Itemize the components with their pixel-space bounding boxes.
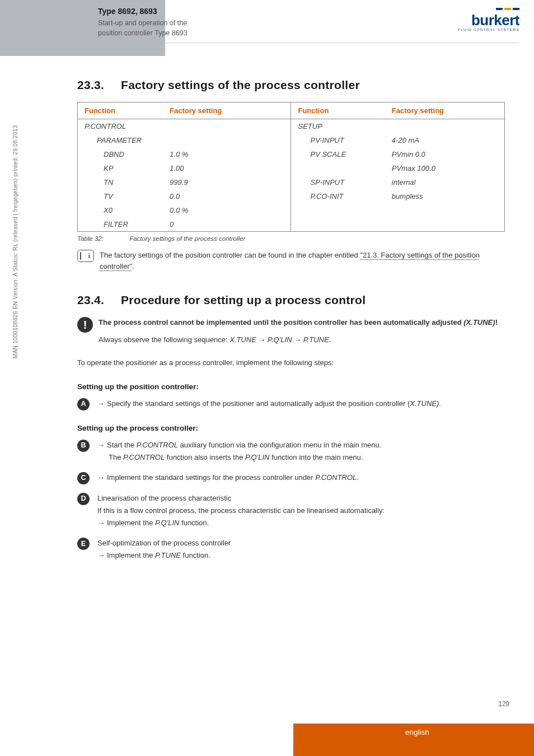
info-icon: [77, 250, 94, 262]
section-number: 23.4.: [77, 293, 121, 307]
step-d: D Linearisation of the process character…: [77, 492, 505, 529]
b-l2-it1: P.CONTROL: [123, 453, 165, 461]
section-title: Procedure for setting up a process contr…: [121, 293, 366, 306]
logo-bars-icon: [458, 8, 519, 10]
table-cell: [385, 119, 505, 134]
step-b-content: Start the P.CONTROL auxiliary function v…: [97, 439, 381, 464]
table-cell: DBND: [78, 147, 163, 161]
arrow-icon: [97, 473, 107, 482]
b-l2-it2: P.Q'LIN: [245, 453, 269, 461]
table-caption: Table 32: Factory settings of the proces…: [77, 235, 505, 242]
arrow-icon: [97, 551, 107, 559]
table-cell: internal: [385, 175, 505, 189]
th-function-2: Function: [291, 102, 385, 119]
arrow-icon: [97, 441, 107, 449]
b-l2-post: function into the main menu.: [269, 453, 363, 461]
b-l1-pre: Start the: [107, 441, 137, 449]
footer-language: english: [405, 728, 429, 736]
warning-text: The process control cannot be implemente…: [99, 317, 498, 346]
table-cell: 1.0 %: [163, 147, 291, 161]
warn-l2a: Always observe the following sequence:: [99, 335, 229, 344]
step-a: A Specify the standard settings of the p…: [77, 398, 505, 410]
b-l1-mid: auxiliary function via the configuration…: [178, 441, 381, 449]
header-subtitle: Start-up and operation of the position c…: [98, 18, 519, 38]
table-cell: PV SCALE: [291, 147, 385, 161]
table-cell: [163, 133, 291, 147]
table-cell: PV-INPUT: [291, 133, 385, 147]
table-cell: X0: [78, 203, 163, 217]
e-l1-pre: Implement the: [107, 551, 155, 559]
table-cell: 1.00: [163, 161, 291, 175]
subhead-process-controller: Setting up the process controller:: [77, 424, 505, 432]
factory-settings-table: Function Factory setting Function Factor…: [77, 102, 505, 232]
b-l2-mid: function also inserts the: [165, 453, 245, 461]
table-cell: SETUP: [291, 119, 385, 134]
d-l1: If this is a flow control process, the p…: [97, 505, 385, 517]
logo-text: burkert: [458, 12, 519, 29]
exclamation-icon: !: [77, 317, 93, 333]
step-badge-b: B: [77, 440, 90, 452]
warn-l1b: (X.TUNE): [463, 318, 495, 326]
section-23-4-heading: 23.4.Procedure for setting up a process …: [77, 293, 505, 307]
table-cell: [291, 217, 385, 232]
header-rule: [165, 43, 519, 43]
table-cell: [163, 119, 291, 134]
step-a-content: Specify the standard settings of the pos…: [97, 398, 441, 410]
arrow-icon: [97, 399, 107, 408]
section-title: Factory settings of the process controll…: [121, 78, 360, 91]
info-note-text: The factory settings of the position con…: [100, 250, 505, 272]
table-cell: PARAMETER: [78, 133, 163, 147]
arrow-icon: [97, 519, 107, 527]
info-note: The factory settings of the position con…: [77, 250, 505, 272]
logo: burkert FLUID CONTROL SYSTEMS: [458, 8, 519, 31]
e-l1-it: P.TUNE: [155, 551, 181, 559]
header-white-block: Type 8692, 8693 Start-up and operation o…: [165, 0, 534, 56]
subhead-position-controller: Setting up the position controller:: [77, 382, 505, 391]
table-cell: 0.0 %: [163, 203, 291, 217]
warn-l2b: X.TUNE → P.Q'LIN → P.TUNE.: [229, 335, 331, 344]
warn-l1a: The process control cannot be implemente…: [99, 318, 463, 326]
b-l1-it1: P.CONTROL: [137, 441, 178, 449]
page-footer: english: [0, 724, 534, 756]
step-badge-c: C: [77, 472, 90, 484]
step-a-pre: Specify the standard settings of the pos…: [107, 399, 410, 408]
d-l2-post: function.: [179, 519, 209, 527]
step-d-content: Linearisation of the process characteris…: [97, 492, 385, 529]
c-post: .: [357, 473, 359, 482]
e-l1-post: function.: [181, 551, 210, 559]
step-c: C Implement the standard settings for th…: [77, 472, 505, 484]
table-caption-text: Factory settings of the process controll…: [129, 235, 245, 242]
step-b: B Start the P.CONTROL auxiliary function…: [77, 439, 505, 464]
table-cell: bumpless: [385, 189, 505, 203]
step-badge-d: D: [77, 493, 90, 505]
table-cell: PVmax 100.0: [385, 161, 505, 175]
footer-right: english: [293, 724, 534, 756]
c-pre: Implement the standard settings for the …: [107, 473, 315, 482]
page-number: 129: [498, 700, 509, 708]
info-post: .: [132, 262, 134, 270]
e-title: Self-optimization of the process control…: [97, 537, 231, 549]
warning-note: ! The process control cannot be implemen…: [77, 317, 505, 346]
b-l2-pre: The: [109, 453, 123, 461]
intro-text: To operate the positioner as a process c…: [77, 357, 505, 369]
footer-left: [0, 724, 293, 756]
th-setting-2: Factory setting: [385, 102, 505, 119]
section-23-3-heading: 23.3.Factory settings of the process con…: [77, 78, 505, 92]
table-cell: FILTER: [78, 217, 163, 232]
table-cell: [291, 161, 385, 175]
page-header: Type 8692, 8693 Start-up and operation o…: [0, 0, 534, 56]
c-it: P.CONTROL: [315, 473, 357, 482]
type-label: Type 8692, 8693: [98, 7, 519, 16]
table-number: Table 32:: [77, 235, 128, 242]
side-meta-text: MAN 1000108626 EN Version: A Status: RL …: [12, 125, 18, 358]
table-cell: SP-INPUT: [291, 175, 385, 189]
table-cell: PVmin 0.0: [385, 147, 505, 161]
warn-l1c: !: [495, 318, 498, 326]
subtitle-line-1: Start-up and operation of the: [98, 19, 187, 27]
table-cell: P.CONTROL: [78, 119, 163, 134]
step-a-it: X.TUNE): [410, 399, 439, 408]
step-a-post: .: [439, 399, 441, 408]
table-cell: [385, 217, 505, 232]
step-badge-a: A: [77, 398, 90, 410]
section-number: 23.3.: [77, 78, 121, 92]
